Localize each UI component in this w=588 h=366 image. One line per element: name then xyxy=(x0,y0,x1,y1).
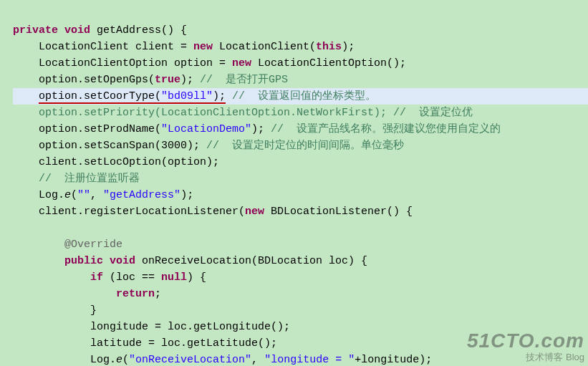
comment-text: 设置产品线名称。强烈建议您使用自定义的 xyxy=(290,123,501,135)
method-e: e xyxy=(116,354,122,366)
comment-slash: // xyxy=(226,90,251,102)
text: , xyxy=(90,189,103,201)
comment-slash: // xyxy=(193,74,219,86)
text: latitude = loc.getLatitude(); xyxy=(90,337,277,350)
text: +longitude); xyxy=(355,354,432,366)
underline-span: option.setCoorType("bd09ll"); xyxy=(39,90,226,104)
text: option.setPriority(LocationClientOption.… xyxy=(39,107,387,119)
text: BDLocationListener() { xyxy=(264,206,413,218)
text: client.setLocOption(option); xyxy=(39,156,219,168)
text: LocationClientOption(); xyxy=(251,57,406,69)
text: ); xyxy=(180,189,193,201)
line: LocationClientOption option = new Locati… xyxy=(13,57,406,69)
kw-this: this xyxy=(316,41,342,53)
text: ); xyxy=(213,90,226,102)
kw-if: if xyxy=(90,271,103,284)
line: longitude = loc.getLongitude(); xyxy=(13,321,290,333)
highlighted-line: option.setCoorType("bd09ll"); // 设置返回值的坐… xyxy=(13,88,588,105)
kw-new: new xyxy=(245,206,264,218)
kw-new: new xyxy=(232,57,251,69)
comment-text: 注册位置监听器 xyxy=(58,173,140,185)
kw-private: private xyxy=(13,24,58,37)
line: // 注册位置监听器 xyxy=(13,173,140,185)
kw-true: true xyxy=(155,74,180,86)
comment-text: 设置定位优 xyxy=(413,107,473,119)
line: client.setLocOption(option); xyxy=(13,156,219,168)
text: option.setScanSpan(3000); xyxy=(39,140,200,152)
text: .setCoorType( xyxy=(77,90,161,102)
comment-text: 是否打开GPS xyxy=(219,74,288,86)
text: client.registerLocationListener( xyxy=(39,206,245,218)
string-literal: "longitude = " xyxy=(264,354,355,366)
text: option.setProdName( xyxy=(39,123,161,135)
line: } xyxy=(13,304,97,317)
text: ); xyxy=(180,74,193,86)
text: LocationClient( xyxy=(213,41,316,53)
text: ) { xyxy=(187,271,206,284)
text: , xyxy=(251,354,264,366)
text: } xyxy=(90,304,97,317)
line: option.setProdName("LocationDemo"); // 设… xyxy=(13,123,501,135)
text: ( xyxy=(71,189,77,201)
comment-slash: // xyxy=(39,173,58,185)
comment-slash: // xyxy=(200,140,226,152)
comment-text: 设置定时定位的时间间隔。单位毫秒 xyxy=(226,140,404,152)
method-e: e xyxy=(64,189,71,201)
line: option.setPriority(LocationClientOption.… xyxy=(13,107,473,119)
line: option.setScanSpan(3000); // 设置定时定位的时间间隔… xyxy=(13,140,404,152)
line: latitude = loc.getLatitude(); xyxy=(13,337,277,350)
method-name: getAddress xyxy=(97,24,161,37)
line: public void onReceiveLocation(BDLocation… xyxy=(13,255,367,267)
kw-null: null xyxy=(161,271,187,284)
text: onReceiveLocation(BDLocation loc) { xyxy=(135,255,367,267)
string-literal: "getAddress" xyxy=(103,189,180,201)
text: (loc == xyxy=(103,271,161,284)
string-literal: "bd09ll" xyxy=(161,90,213,102)
code-block: private void getAddress() { LocationClie… xyxy=(0,0,588,366)
line: option.setOpenGps(true); // 是否打开GPS xyxy=(13,74,288,86)
kw-return: return xyxy=(116,288,155,300)
kw-void: void xyxy=(64,24,90,37)
line: client.registerLocationListener(new BDLo… xyxy=(13,206,413,218)
string-literal: "LocationDemo" xyxy=(161,123,251,135)
text: Log. xyxy=(39,189,64,201)
comment-slash: // xyxy=(264,123,290,135)
comment-text: 设置返回值的坐标类型。 xyxy=(251,90,376,102)
text: LocationClient client = xyxy=(39,41,193,53)
text: () { xyxy=(161,24,187,37)
string-literal: "onReceiveLocation" xyxy=(129,354,251,366)
kw-void: void xyxy=(110,255,135,267)
line: return; xyxy=(13,288,161,300)
text: LocationClientOption option = xyxy=(39,57,232,69)
annotation-override: @Override xyxy=(64,239,122,251)
line: LocationClient client = new LocationClie… xyxy=(13,41,355,53)
line: if (loc == null) { xyxy=(13,271,206,284)
kw-new: new xyxy=(193,41,213,53)
line: @Override xyxy=(13,239,122,251)
text: Log. xyxy=(90,354,116,366)
blank-line xyxy=(13,222,19,234)
text: ); xyxy=(251,123,264,135)
line: private void getAddress() { xyxy=(13,24,187,37)
text: longitude = loc.getLongitude(); xyxy=(90,321,290,333)
string-literal: "" xyxy=(77,189,90,201)
kw-public: public xyxy=(64,255,103,267)
text: option xyxy=(39,90,77,102)
text: ; xyxy=(155,288,161,300)
text: option.setOpenGps( xyxy=(39,74,155,86)
comment-slash: // xyxy=(387,107,413,119)
text: ); xyxy=(342,41,355,53)
text: ( xyxy=(122,354,129,366)
line: Log.e("onReceiveLocation", "longitude = … xyxy=(13,354,432,366)
line: Log.e("", "getAddress"); xyxy=(13,189,193,201)
